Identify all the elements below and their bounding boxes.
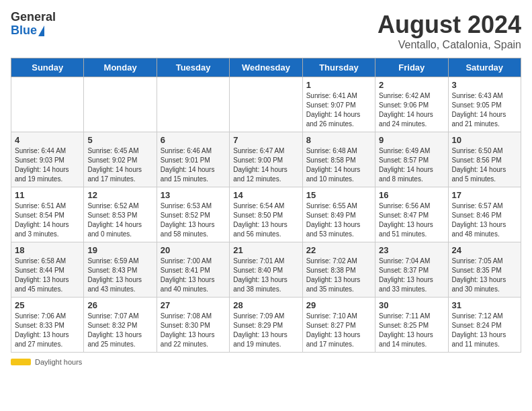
calendar-cell: 16Sunrise: 6:56 AM Sunset: 8:47 PM Dayli… <box>375 187 448 242</box>
day-number: 17 <box>452 190 517 200</box>
calendar-day-header: Tuesday <box>157 58 229 77</box>
day-info: Sunrise: 6:44 AM Sunset: 9:03 PM Dayligh… <box>15 146 80 184</box>
calendar-cell: 26Sunrise: 7:07 AM Sunset: 8:32 PM Dayli… <box>84 298 157 353</box>
calendar-cell: 9Sunrise: 6:49 AM Sunset: 8:57 PM Daylig… <box>375 132 448 187</box>
calendar-cell: 10Sunrise: 6:50 AM Sunset: 8:56 PM Dayli… <box>448 132 521 187</box>
day-number: 7 <box>233 135 298 145</box>
day-info: Sunrise: 6:54 AM Sunset: 8:50 PM Dayligh… <box>233 201 298 239</box>
day-number: 29 <box>306 300 371 310</box>
day-info: Sunrise: 6:49 AM Sunset: 8:57 PM Dayligh… <box>379 146 444 184</box>
daylight-label: Daylight hours <box>35 358 82 366</box>
day-number: 23 <box>379 245 444 255</box>
calendar-cell <box>230 77 302 132</box>
calendar-cell: 24Sunrise: 7:05 AM Sunset: 8:35 PM Dayli… <box>448 242 521 298</box>
calendar-cell: 22Sunrise: 7:02 AM Sunset: 8:38 PM Dayli… <box>302 242 375 298</box>
calendar-cell: 6Sunrise: 6:46 AM Sunset: 9:01 PM Daylig… <box>157 132 229 187</box>
main-title: August 2024 <box>378 11 521 39</box>
day-number: 15 <box>306 190 371 200</box>
day-info: Sunrise: 6:51 AM Sunset: 8:54 PM Dayligh… <box>15 201 80 239</box>
calendar-cell: 21Sunrise: 7:01 AM Sunset: 8:40 PM Dayli… <box>230 242 302 298</box>
day-number: 2 <box>379 80 444 90</box>
day-info: Sunrise: 6:46 AM Sunset: 9:01 PM Dayligh… <box>161 146 226 184</box>
day-info: Sunrise: 6:55 AM Sunset: 8:49 PM Dayligh… <box>306 201 371 239</box>
day-info: Sunrise: 6:50 AM Sunset: 8:56 PM Dayligh… <box>452 146 517 184</box>
day-number: 5 <box>87 135 152 145</box>
logo-general: General <box>11 11 56 24</box>
calendar-cell: 19Sunrise: 6:59 AM Sunset: 8:43 PM Dayli… <box>84 242 157 298</box>
calendar-day-header: Friday <box>375 58 448 77</box>
day-info: Sunrise: 7:08 AM Sunset: 8:30 PM Dayligh… <box>161 312 226 349</box>
day-info: Sunrise: 6:58 AM Sunset: 8:44 PM Dayligh… <box>15 257 80 294</box>
logo-blue: Blue <box>11 24 37 38</box>
day-number: 18 <box>15 245 80 255</box>
calendar-cell: 23Sunrise: 7:04 AM Sunset: 8:37 PM Dayli… <box>375 242 448 298</box>
calendar-cell: 31Sunrise: 7:12 AM Sunset: 8:24 PM Dayli… <box>448 298 521 353</box>
day-number: 6 <box>161 135 226 145</box>
day-info: Sunrise: 6:57 AM Sunset: 8:46 PM Dayligh… <box>452 201 517 239</box>
calendar-day-header: Monday <box>84 58 157 77</box>
calendar-cell: 3Sunrise: 6:43 AM Sunset: 9:05 PM Daylig… <box>448 77 521 132</box>
day-info: Sunrise: 6:59 AM Sunset: 8:43 PM Dayligh… <box>87 257 152 294</box>
day-info: Sunrise: 6:53 AM Sunset: 8:52 PM Dayligh… <box>161 201 226 239</box>
calendar-cell: 20Sunrise: 7:00 AM Sunset: 8:41 PM Dayli… <box>157 242 229 298</box>
calendar-cell <box>157 77 229 132</box>
calendar-week-row: 1Sunrise: 6:41 AM Sunset: 9:07 PM Daylig… <box>11 77 521 132</box>
calendar-cell: 11Sunrise: 6:51 AM Sunset: 8:54 PM Dayli… <box>11 187 84 242</box>
header: General Blue August 2024 Ventallo, Catal… <box>11 11 521 51</box>
calendar-week-row: 11Sunrise: 6:51 AM Sunset: 8:54 PM Dayli… <box>11 187 521 242</box>
day-info: Sunrise: 6:48 AM Sunset: 8:58 PM Dayligh… <box>306 146 371 184</box>
calendar-body: 1Sunrise: 6:41 AM Sunset: 9:07 PM Daylig… <box>11 77 521 353</box>
calendar-cell: 7Sunrise: 6:47 AM Sunset: 9:00 PM Daylig… <box>230 132 302 187</box>
day-info: Sunrise: 6:45 AM Sunset: 9:02 PM Dayligh… <box>87 146 152 184</box>
calendar-cell <box>11 77 84 132</box>
calendar-day-header: Wednesday <box>230 58 302 77</box>
calendar-day-header: Saturday <box>448 58 521 77</box>
calendar-cell: 17Sunrise: 6:57 AM Sunset: 8:46 PM Dayli… <box>448 187 521 242</box>
day-info: Sunrise: 7:10 AM Sunset: 8:27 PM Dayligh… <box>306 312 371 349</box>
day-info: Sunrise: 7:11 AM Sunset: 8:25 PM Dayligh… <box>379 312 444 349</box>
calendar-cell: 29Sunrise: 7:10 AM Sunset: 8:27 PM Dayli… <box>302 298 375 353</box>
day-info: Sunrise: 6:52 AM Sunset: 8:53 PM Dayligh… <box>87 201 152 239</box>
day-number: 4 <box>15 135 80 145</box>
title-area: August 2024 Ventallo, Catalonia, Spain <box>378 11 521 51</box>
day-info: Sunrise: 7:05 AM Sunset: 8:35 PM Dayligh… <box>452 257 517 294</box>
calendar-day-header: Thursday <box>302 58 375 77</box>
day-info: Sunrise: 6:43 AM Sunset: 9:05 PM Dayligh… <box>452 91 517 129</box>
logo: General Blue <box>11 11 56 38</box>
calendar-cell: 25Sunrise: 7:06 AM Sunset: 8:33 PM Dayli… <box>11 298 84 353</box>
day-number: 25 <box>15 300 80 310</box>
calendar-cell: 13Sunrise: 6:53 AM Sunset: 8:52 PM Dayli… <box>157 187 229 242</box>
calendar-cell: 27Sunrise: 7:08 AM Sunset: 8:30 PM Dayli… <box>157 298 229 353</box>
calendar: SundayMondayTuesdayWednesdayThursdayFrid… <box>11 58 521 353</box>
day-number: 13 <box>161 190 226 200</box>
day-number: 3 <box>452 80 517 90</box>
day-info: Sunrise: 6:42 AM Sunset: 9:06 PM Dayligh… <box>379 91 444 129</box>
day-number: 22 <box>306 245 371 255</box>
daylight-bar-icon <box>11 359 31 365</box>
day-number: 24 <box>452 245 517 255</box>
calendar-cell: 14Sunrise: 6:54 AM Sunset: 8:50 PM Dayli… <box>230 187 302 242</box>
day-number: 20 <box>161 245 226 255</box>
calendar-header-row: SundayMondayTuesdayWednesdayThursdayFrid… <box>11 58 521 77</box>
calendar-cell: 18Sunrise: 6:58 AM Sunset: 8:44 PM Dayli… <box>11 242 84 298</box>
day-info: Sunrise: 7:00 AM Sunset: 8:41 PM Dayligh… <box>161 257 226 294</box>
day-number: 21 <box>233 245 298 255</box>
calendar-cell: 28Sunrise: 7:09 AM Sunset: 8:29 PM Dayli… <box>230 298 302 353</box>
calendar-cell: 5Sunrise: 6:45 AM Sunset: 9:02 PM Daylig… <box>84 132 157 187</box>
calendar-cell: 4Sunrise: 6:44 AM Sunset: 9:03 PM Daylig… <box>11 132 84 187</box>
day-number: 14 <box>233 190 298 200</box>
day-number: 27 <box>161 300 226 310</box>
day-info: Sunrise: 7:07 AM Sunset: 8:32 PM Dayligh… <box>87 312 152 349</box>
calendar-week-row: 18Sunrise: 6:58 AM Sunset: 8:44 PM Dayli… <box>11 242 521 298</box>
day-number: 1 <box>306 80 371 90</box>
calendar-cell <box>84 77 157 132</box>
day-number: 10 <box>452 135 517 145</box>
day-number: 31 <box>452 300 517 310</box>
day-info: Sunrise: 6:41 AM Sunset: 9:07 PM Dayligh… <box>306 91 371 129</box>
day-info: Sunrise: 7:12 AM Sunset: 8:24 PM Dayligh… <box>452 312 517 349</box>
day-info: Sunrise: 7:02 AM Sunset: 8:38 PM Dayligh… <box>306 257 371 294</box>
day-number: 30 <box>379 300 444 310</box>
calendar-cell: 30Sunrise: 7:11 AM Sunset: 8:25 PM Dayli… <box>375 298 448 353</box>
calendar-cell: 1Sunrise: 6:41 AM Sunset: 9:07 PM Daylig… <box>302 77 375 132</box>
day-number: 26 <box>87 300 152 310</box>
